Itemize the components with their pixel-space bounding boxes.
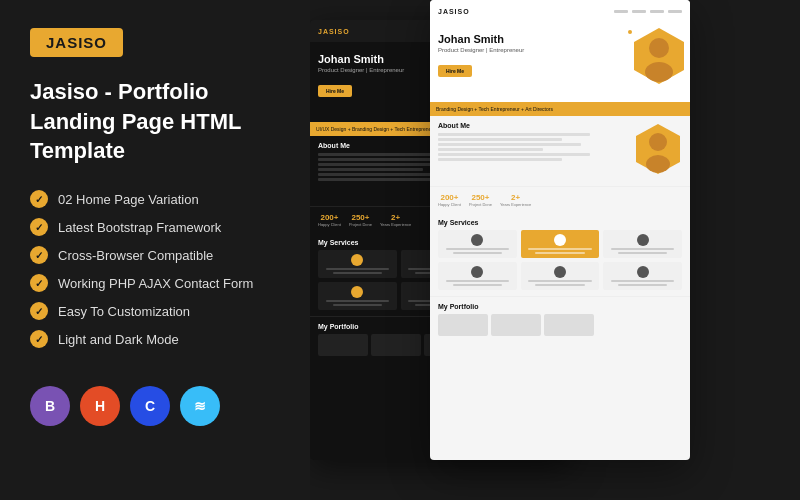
deco-dot (628, 30, 632, 34)
nav-link (668, 10, 682, 13)
service-text (528, 280, 592, 282)
light-mode-preview: JASISO Johan Smith Product Designer | En… (430, 0, 690, 460)
light-portfolio-title: My Portfolio (438, 303, 682, 310)
feature-text: 02 Home Page Variation (58, 192, 199, 207)
stat-number: 2+ (511, 193, 520, 202)
stat-number: 250+ (471, 193, 489, 202)
nav-link (632, 10, 646, 13)
left-panel: JASISO Jasiso - Portfolio Landing Page H… (0, 0, 310, 500)
tailwind-badge: ≋ (180, 386, 220, 426)
info-line (438, 138, 562, 141)
list-item: ✓ Latest Bootstrap Framework (30, 218, 280, 236)
feature-text: Working PHP AJAX Contact Form (58, 276, 253, 291)
stat-label: Years Experience (500, 202, 531, 207)
light-hero: Johan Smith Product Designer | Entrepren… (430, 22, 690, 102)
stat-number: 2+ (391, 213, 400, 222)
check-icon: ✓ (30, 330, 48, 348)
service-card (603, 262, 682, 290)
info-line (438, 133, 590, 136)
service-icon (637, 266, 649, 278)
info-line (318, 168, 423, 171)
dark-hire-btn: Hire Me (318, 85, 352, 97)
info-line (318, 178, 442, 181)
light-about-title: About Me (438, 122, 628, 129)
check-icon: ✓ (30, 218, 48, 236)
info-line (438, 143, 581, 146)
service-icon (554, 234, 566, 246)
feature-text: Easy To Customization (58, 304, 190, 319)
light-stats: 200+ Happy Client 250+ Project Done 2+ Y… (430, 186, 690, 213)
css-badge: C (130, 386, 170, 426)
check-icon: ✓ (30, 274, 48, 292)
feature-text: Light and Dark Mode (58, 332, 179, 347)
light-nav-links (614, 10, 682, 13)
light-about-content: About Me (438, 122, 628, 180)
nav-link (614, 10, 628, 13)
stat-number: 200+ (320, 213, 338, 222)
stat-item: 2+ Years Experience (500, 193, 531, 207)
service-text (333, 304, 382, 306)
service-text (446, 248, 510, 250)
light-nav-logo: JASISO (438, 8, 470, 15)
svg-point-11 (646, 155, 670, 173)
service-text (326, 268, 390, 270)
light-about: About Me (430, 116, 690, 186)
tech-badges: B H C ≋ (30, 386, 280, 426)
preview-container: JASISO Johan Smith Product Designer | En… (310, 0, 800, 500)
light-ticker: Branding Design + Tech Entrepreneur + Ar… (430, 102, 690, 116)
feature-text: Latest Bootstrap Framework (58, 220, 221, 235)
portfolio-item (438, 314, 488, 336)
light-service-grid (438, 230, 682, 290)
service-card (603, 230, 682, 258)
list-item: ✓ Cross-Browser Compatible (30, 246, 280, 264)
service-card (438, 230, 517, 258)
service-text (611, 280, 675, 282)
nav-link (650, 10, 664, 13)
portfolio-item (318, 334, 368, 356)
service-card (318, 282, 397, 310)
check-icon: ✓ (30, 190, 48, 208)
html-badge: H (80, 386, 120, 426)
svg-point-10 (649, 133, 667, 151)
check-icon: ✓ (30, 246, 48, 264)
html-icon: H (95, 398, 105, 414)
css-icon: C (145, 398, 155, 414)
light-portfolio: My Portfolio (430, 296, 690, 342)
light-nav: JASISO (430, 0, 690, 22)
page-title: Jasiso - Portfolio Landing Page HTML Tem… (30, 77, 280, 166)
light-avatar (632, 26, 686, 86)
stat-item: 200+ Happy Client (318, 213, 341, 227)
stat-label: Project Done (349, 222, 372, 227)
service-card (521, 262, 600, 290)
light-portfolio-grid (438, 314, 682, 336)
brand-tag: JASISO (30, 28, 123, 57)
service-text (333, 272, 382, 274)
check-icon: ✓ (30, 302, 48, 320)
service-text (618, 284, 667, 286)
service-text (453, 284, 502, 286)
tailwind-icon: ≋ (194, 398, 206, 414)
light-services-title: My Services (438, 219, 682, 226)
stat-label: Happy Client (438, 202, 461, 207)
info-line (438, 153, 590, 156)
service-icon (351, 286, 363, 298)
service-text (535, 252, 584, 254)
stat-item: 2+ Years Experience (380, 213, 411, 227)
svg-point-7 (649, 38, 669, 58)
light-about-avatar (634, 122, 682, 180)
stat-item: 250+ Project Done (469, 193, 492, 207)
bootstrap-icon: B (45, 398, 55, 414)
dark-nav-logo: JASISO (318, 28, 350, 35)
feature-text: Cross-Browser Compatible (58, 248, 213, 263)
list-item: ✓ Working PHP AJAX Contact Form (30, 274, 280, 292)
stat-label: Project Done (469, 202, 492, 207)
info-line (318, 158, 442, 161)
stat-item: 200+ Happy Client (438, 193, 461, 207)
service-text (618, 252, 667, 254)
service-text (446, 280, 510, 282)
service-card-highlight (521, 230, 600, 258)
service-text (453, 252, 502, 254)
portfolio-item (491, 314, 541, 336)
bootstrap-badge: B (30, 386, 70, 426)
portfolio-item (544, 314, 594, 336)
